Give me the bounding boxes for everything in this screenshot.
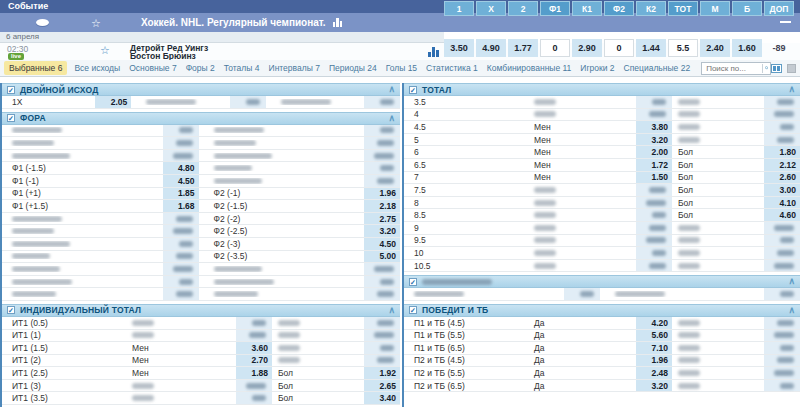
odds-cell[interactable]	[764, 235, 800, 247]
odds-cell[interactable]: 5.00	[364, 251, 400, 263]
tab-item[interactable]: Интервалы 7	[269, 63, 320, 73]
tab-item[interactable]: Все исходы	[74, 63, 120, 73]
odds-cell[interactable]	[764, 134, 800, 146]
column-header-button[interactable]: Ф1	[540, 1, 570, 16]
column-header-button[interactable]: К1	[572, 1, 602, 16]
odds-cell[interactable]: 1.68	[163, 200, 199, 212]
odds-cell[interactable]: 1.88	[236, 367, 272, 379]
column-header-button[interactable]: ДОП	[764, 1, 794, 16]
main-odds-cell[interactable]: 4.90	[476, 39, 506, 57]
odds-cell[interactable]	[364, 330, 400, 342]
odds-cell[interactable]	[236, 330, 272, 342]
odds-cell[interactable]: 2.05	[95, 96, 131, 108]
odds-cell[interactable]: 1.72	[636, 159, 672, 171]
odds-cell[interactable]: 4.10	[764, 197, 800, 209]
odds-cell[interactable]	[364, 276, 400, 288]
odds-cell[interactable]	[764, 355, 800, 367]
odds-cell[interactable]	[636, 184, 672, 196]
odds-cell[interactable]: 1.96	[636, 355, 672, 367]
tab-item[interactable]: Статистика 1	[426, 63, 478, 73]
checkbox-checked-icon[interactable]: ✓	[7, 306, 15, 314]
odds-cell[interactable]	[764, 96, 800, 108]
odds-cell[interactable]	[364, 342, 400, 354]
odds-cell[interactable]	[364, 317, 400, 329]
odds-cell[interactable]	[764, 288, 800, 300]
odds-cell[interactable]: 4.80	[163, 162, 199, 174]
odds-cell[interactable]	[163, 276, 199, 288]
collapse-line-icon[interactable]	[780, 21, 791, 23]
odds-cell[interactable]	[364, 175, 400, 187]
odds-cell[interactable]: 5.60	[636, 330, 672, 342]
checkbox-checked-icon[interactable]: ✓	[7, 86, 15, 94]
odds-cell[interactable]: 2.60	[764, 172, 800, 184]
odds-cell[interactable]	[163, 251, 199, 263]
odds-cell[interactable]: 2.65	[364, 380, 400, 392]
odds-cell[interactable]: 3.20	[636, 134, 672, 146]
tab-item[interactable]: Периоды 24	[329, 63, 377, 73]
odds-cell[interactable]	[364, 125, 400, 137]
tab-item[interactable]: Основные 7	[129, 63, 176, 73]
tab-item[interactable]: Форы 2	[186, 63, 215, 73]
tab-item[interactable]: Комбинированные 11	[487, 63, 572, 73]
main-odds-cell[interactable]: 1.77	[508, 39, 538, 57]
collapse-chevron-icon[interactable]: ∧	[388, 115, 395, 122]
odds-cell[interactable]: 3.80	[636, 121, 672, 133]
column-header-button[interactable]: 2	[508, 1, 538, 16]
odds-cell[interactable]	[764, 260, 800, 272]
collapse-chevron-icon[interactable]: ∧	[788, 278, 795, 285]
odds-cell[interactable]	[764, 222, 800, 234]
odds-cell[interactable]: 4.20	[636, 317, 672, 329]
odds-cell[interactable]: 2.48	[636, 367, 672, 379]
odds-cell[interactable]	[163, 150, 199, 162]
odds-cell[interactable]	[364, 288, 400, 300]
odds-cell[interactable]: 2.75	[364, 213, 400, 225]
odds-cell[interactable]	[764, 367, 800, 379]
odds-cell[interactable]: 1.80	[764, 146, 800, 158]
odds-cell[interactable]	[230, 96, 266, 108]
collapse-chevron-icon[interactable]: ∧	[788, 307, 795, 314]
odds-cell[interactable]: 1.96	[364, 188, 400, 200]
odds-cell[interactable]: 4.60	[764, 209, 800, 221]
odds-cell[interactable]: 2.00	[636, 146, 672, 158]
odds-cell[interactable]	[236, 392, 272, 404]
odds-cell[interactable]: 3.60	[236, 342, 272, 354]
odds-cell[interactable]	[764, 317, 800, 329]
main-odds-cell[interactable]: 2.90	[572, 39, 602, 57]
main-odds-cell[interactable]: 2.40	[700, 39, 730, 57]
odds-cell[interactable]: 1.50	[636, 172, 672, 184]
odds-cell[interactable]	[163, 213, 199, 225]
collapse-chevron-icon[interactable]: ∧	[788, 86, 795, 93]
odds-cell[interactable]	[364, 162, 400, 174]
match-stats-icon[interactable]	[428, 47, 439, 57]
odds-cell[interactable]	[564, 288, 600, 300]
odds-cell[interactable]	[364, 150, 400, 162]
main-odds-cell[interactable]: 3.50	[444, 39, 474, 57]
odds-cell[interactable]: 1.92	[364, 367, 400, 379]
column-header-button[interactable]: 1	[444, 1, 474, 16]
favorite-star-icon[interactable]: ☆	[100, 45, 110, 56]
column-header-button[interactable]: Ф2	[604, 1, 634, 16]
column-header-button[interactable]: Б	[732, 1, 762, 16]
collapse-chevron-icon[interactable]: ∧	[388, 307, 395, 314]
team-names[interactable]: Детройт Ред Уингз Бостон Брюинз	[130, 44, 208, 60]
favorite-star-icon[interactable]: ☆	[91, 18, 101, 28]
column-header-button[interactable]: ТОТ	[668, 1, 698, 16]
odds-cell[interactable]	[764, 380, 800, 392]
search-input[interactable]	[704, 63, 760, 74]
odds-cell[interactable]	[636, 260, 672, 272]
odds-cell[interactable]: 4.50	[364, 238, 400, 250]
main-odds-cell[interactable]: 0	[604, 39, 634, 57]
odds-cell[interactable]	[163, 125, 199, 137]
odds-cell[interactable]	[636, 209, 672, 221]
main-odds-cell[interactable]: -89	[764, 39, 794, 57]
odds-cell[interactable]	[636, 247, 672, 259]
tab-item[interactable]: Выбранные 6	[4, 61, 67, 75]
one-column-view-icon[interactable]	[787, 64, 796, 73]
checkbox-checked-icon[interactable]: ✓	[409, 86, 417, 94]
odds-cell[interactable]	[236, 380, 272, 392]
odds-cell[interactable]: 1.85	[163, 188, 199, 200]
tab-item[interactable]: Игроки 2	[580, 63, 614, 73]
odds-cell[interactable]	[636, 197, 672, 209]
odds-cell[interactable]: 3.40	[364, 392, 400, 404]
odds-cell[interactable]	[636, 235, 672, 247]
